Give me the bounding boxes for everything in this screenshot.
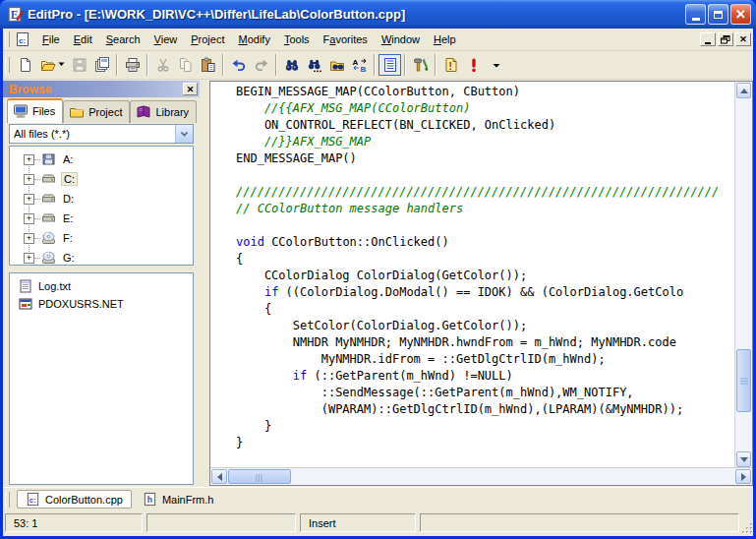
tree-expand-button[interactable]: + (24, 213, 34, 224)
menu-items: FileEditSearchViewProjectModifyToolsFavo… (35, 33, 463, 45)
file-tab-mainfrm-h[interactable]: hMainFrm.h (135, 490, 222, 509)
code-line: } (236, 418, 735, 435)
open-file-button[interactable] (36, 54, 68, 76)
cursor-position-panel: 53: 1 (5, 513, 143, 532)
copy-button[interactable] (174, 54, 197, 76)
new-file-button[interactable] (14, 54, 36, 76)
mdi-minimize-button[interactable] (700, 32, 716, 46)
undo-icon (231, 57, 247, 73)
vertical-scrollbar[interactable] (734, 82, 752, 468)
tree-expand-button[interactable]: + (24, 194, 34, 205)
drive-item-f[interactable]: +F: (10, 228, 193, 248)
tools-button[interactable] (409, 54, 432, 76)
file-label: Log.txt (38, 280, 71, 292)
scroll-left-button[interactable] (211, 469, 227, 484)
tree-expand-button[interactable]: + (24, 253, 34, 264)
syntax-file-button[interactable]: ! (439, 54, 462, 76)
code-line: (WPARAM)::GetDlgCtrlID(m_hWnd),(LPARAM)(… (236, 401, 735, 418)
scroll-down-button[interactable] (736, 451, 751, 467)
drive-label: G: (61, 252, 77, 264)
syntax-check-button[interactable] (462, 54, 485, 76)
browse-panel-button[interactable] (378, 54, 401, 76)
paste-button[interactable] (197, 54, 219, 76)
toolbar-separator (374, 54, 376, 76)
copy-icon (178, 57, 194, 73)
file-item-pdoxusrs-net[interactable]: PDOXUSRS.NET (10, 295, 193, 313)
replace-button[interactable]: AB (348, 54, 371, 76)
menu-item-help[interactable]: Help (427, 30, 463, 48)
code-line (236, 217, 735, 234)
text-file-icon (18, 278, 33, 294)
tab-library[interactable]: Library (130, 100, 197, 123)
menu-item-modify[interactable]: Modify (232, 30, 277, 48)
file-tab-label: ColorButton.cpp (45, 494, 123, 506)
find-next-icon (307, 57, 322, 73)
replace-icon: AB (352, 57, 368, 73)
save-all-button[interactable] (90, 54, 113, 76)
drive-item-c[interactable]: +C: (10, 169, 193, 189)
file-filter-combobox[interactable]: All files (*.*) (9, 124, 194, 144)
menu-item-window[interactable]: Window (375, 30, 427, 48)
redo-button[interactable] (250, 54, 272, 76)
menu-item-edit[interactable]: Edit (67, 30, 99, 48)
menu-item-view[interactable]: View (147, 30, 185, 48)
window-frame: c: FileEditSearchViewProjectModifyToolsF… (3, 29, 753, 536)
mdi-close-button[interactable]: ✕ (735, 32, 751, 46)
cut-button[interactable] (151, 54, 174, 76)
filetabs-gripper-handle[interactable] (5, 492, 10, 508)
tab-files[interactable]: Files (7, 98, 63, 123)
code-text-area[interactable]: BEGIN_MESSAGE_MAP(CColorButton, CButton)… (210, 82, 735, 468)
browse-close-button[interactable]: ✕ (183, 83, 198, 95)
find-next-button[interactable] (303, 54, 325, 76)
toolbar-dropdown-button[interactable] (485, 54, 507, 76)
menu-item-project[interactable]: Project (184, 30, 231, 48)
code-line: //}}AFX_MSG_MAP (236, 134, 735, 150)
menu-item-search[interactable]: Search (99, 30, 147, 48)
drive-item-d[interactable]: +D: (10, 189, 193, 209)
menu-item-favorites[interactable]: Favorites (317, 30, 375, 48)
menu-item-tools[interactable]: Tools (277, 30, 317, 48)
code-line: NMHDR MyNMHDR; MyNMHDR.hwndFrom = m_hWnd… (236, 334, 735, 351)
maximize-button[interactable] (708, 4, 728, 25)
file-tab-colorbutton-cpp[interactable]: c:ColorButton.cpp (17, 490, 132, 509)
hard-drive-icon (40, 171, 57, 187)
horizontal-scrollbar[interactable] (210, 467, 752, 485)
tab-label: Project (88, 106, 122, 118)
horizontal-scroll-thumb[interactable] (228, 469, 291, 484)
toolbar: AB! (3, 50, 753, 80)
print-button[interactable] (121, 54, 144, 76)
tree-expand-button[interactable]: + (24, 154, 34, 165)
svg-text:c:: c: (19, 36, 26, 45)
save-button[interactable] (68, 54, 90, 76)
toolbar-separator (222, 54, 224, 76)
code-line (236, 167, 735, 184)
toolbar-dropdown-icon (493, 57, 500, 73)
find-icon (284, 57, 300, 73)
find-button[interactable] (280, 54, 303, 76)
tree-expand-button[interactable]: + (24, 233, 34, 244)
tab-project[interactable]: Project (63, 100, 130, 123)
drive-item-g[interactable]: +G: (10, 248, 193, 266)
undo-button[interactable] (227, 54, 250, 76)
resize-grip[interactable] (740, 521, 753, 534)
drive-item-a[interactable]: +A: (10, 150, 193, 169)
toolbar-gripper-handle[interactable] (5, 57, 10, 73)
mdi-window-buttons: ✕ (700, 32, 753, 46)
document-system-icon[interactable]: c: (14, 31, 31, 47)
code-line: CColorDialog ColorDialog(GetColor()); (236, 268, 735, 284)
combobox-dropdown-button[interactable] (175, 125, 193, 143)
close-button[interactable]: ✕ (730, 4, 751, 25)
scroll-right-button[interactable] (735, 469, 751, 484)
file-item-log-txt[interactable]: Log.txt (10, 277, 193, 295)
mdi-restore-button[interactable] (718, 32, 733, 46)
panel-splitter[interactable] (200, 79, 209, 488)
scroll-up-button[interactable] (736, 83, 751, 98)
menu-item-file[interactable]: File (35, 30, 67, 48)
menubar-gripper-handle[interactable] (5, 31, 10, 47)
vertical-scroll-thumb[interactable] (736, 349, 751, 412)
minimize-button[interactable] (685, 4, 706, 25)
tree-expand-button[interactable]: + (24, 174, 34, 185)
find-in-files-button[interactable] (325, 54, 348, 76)
code-line: MyNMHDR.idFrom = ::GetDlgCtrlID(m_hWnd); (236, 351, 735, 368)
drive-item-e[interactable]: +E: (10, 209, 193, 228)
